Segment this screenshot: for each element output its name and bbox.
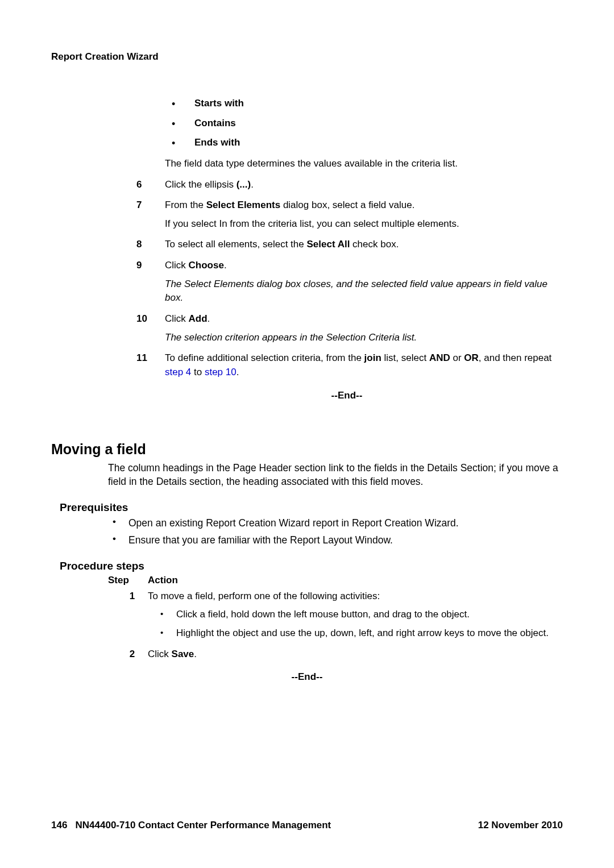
step-number: 8 [136, 238, 165, 256]
end-marker: --End-- [136, 390, 557, 401]
bullet-icon [113, 533, 128, 547]
text-run: To select all elements, select the [165, 239, 306, 250]
note-text: The field data type determines the value… [165, 157, 557, 171]
procedure-step: 9Click Choose.The Select Elements dialog… [136, 259, 557, 310]
section-intro-paragraph: The column headings in the Page Header s… [108, 461, 563, 489]
text-run: or [450, 352, 464, 363]
text-run: AND [429, 352, 450, 363]
list-item: Starts with [165, 97, 557, 112]
text-run: Select Elements [206, 200, 280, 210]
list-item: Open an existing Report Creation Wizard … [113, 516, 563, 530]
list-item: Ensure that you are familiar with the Re… [113, 533, 563, 547]
bullet-text: Starts with [194, 97, 557, 112]
bullet-icon [165, 117, 194, 132]
continuation-note: The field data type determines the value… [136, 157, 557, 176]
bullet-icon [165, 136, 194, 151]
step-body: To select all elements, select the Selec… [165, 238, 557, 256]
footer-left: 146 NN44400-710 Contact Center Performan… [51, 820, 331, 831]
step-body: Click Add.The selection criterion appear… [165, 312, 557, 349]
text-run: , and then repeat [479, 352, 552, 363]
step-number: 10 [136, 312, 165, 349]
bullet-icon [160, 608, 176, 622]
step-number: 6 [136, 178, 165, 197]
step-text: To select all elements, select the Selec… [165, 238, 557, 252]
sub-bullet-text: Click a field, hold down the left mouse … [176, 608, 557, 622]
doc-title: NN44400-710 Contact Center Performance M… [76, 820, 331, 830]
step-text: Click Add. [165, 312, 557, 326]
step-text: Click the ellipsis (...). [165, 178, 557, 192]
bullet-text: Ends with [194, 136, 557, 151]
list-item: Contains [165, 117, 557, 132]
step-number: 7 [136, 198, 165, 235]
top-bullet-list: Starts with Contains Ends with [165, 97, 557, 151]
cross-reference-link[interactable]: step 10 [205, 367, 237, 377]
prereq-text: Open an existing Report Creation Wizard … [128, 516, 459, 530]
step-column-header: Step [108, 575, 148, 586]
end-marker: --End-- [51, 671, 563, 683]
action-column-header: Action [148, 575, 178, 586]
procedure-step: 2Click Save. [117, 647, 557, 666]
bullet-text: Contains [194, 117, 557, 132]
step-text: To define additional selection criteria,… [165, 351, 557, 379]
prerequisites-heading: Prerequisites [60, 501, 563, 514]
text-run: Choose [189, 260, 224, 271]
list-item: Click a field, hold down the left mouse … [160, 608, 557, 622]
text-run: . [208, 313, 210, 324]
step-body: From the Select Elements dialog box, sel… [165, 198, 557, 235]
footer-date: 12 November 2010 [478, 820, 563, 831]
procedure-header-row: Step Action [108, 575, 563, 586]
step-body: Click Save. [148, 647, 557, 666]
procedure-step: 1To move a field, perform one of the fol… [117, 589, 557, 645]
step-body: To define additional selection criteria,… [165, 351, 557, 384]
step-body: To move a field, perform one of the foll… [148, 589, 557, 645]
text-run: From the [165, 200, 206, 210]
text-run: OR [464, 352, 479, 363]
step-result: The Select Elements dialog box closes, a… [165, 277, 557, 305]
text-run: To define additional selection criteria,… [165, 352, 364, 363]
procedure-steps-block: 1To move a field, perform one of the fol… [117, 589, 557, 666]
text-run: Select All [306, 239, 350, 250]
step-text: Click Choose. [165, 259, 557, 273]
step-number: 9 [136, 259, 165, 310]
procedure-step: 10Click Add.The selection criterion appe… [136, 312, 557, 349]
step-text: To move a field, perform one of the foll… [148, 589, 557, 604]
text-run: Click the ellipsis [165, 179, 237, 190]
text-run: . [237, 367, 239, 377]
prerequisites-list: Open an existing Report Creation Wizard … [113, 516, 563, 547]
step-text: From the Select Elements dialog box, sel… [165, 198, 557, 213]
sub-bullet-text: Highlight the object and use the up, dow… [176, 626, 557, 641]
text-run: to [191, 367, 205, 377]
section-heading: Moving a field [51, 441, 563, 458]
step-note: If you select In from the criteria list,… [165, 217, 557, 231]
step-number: 1 [117, 589, 148, 645]
text-run: check box. [350, 239, 399, 250]
text-run: dialog box, select a field value. [280, 200, 414, 210]
document-page: Report Creation Wizard Starts with Conta… [0, 0, 614, 868]
step-result: The selection criterion appears in the S… [165, 331, 557, 345]
text-run: . [251, 179, 254, 190]
page-footer: 146 NN44400-710 Contact Center Performan… [51, 820, 563, 831]
bullet-icon [113, 516, 128, 530]
page-header-title: Report Creation Wizard [51, 51, 563, 63]
text-run: Click [148, 649, 172, 659]
text-run: join [364, 352, 381, 363]
upper-steps-block: Starts with Contains Ends with The field… [136, 97, 557, 401]
text-run: . [194, 649, 197, 659]
cross-reference-link[interactable]: step 4 [165, 367, 191, 377]
step-body: Click Choose.The Select Elements dialog … [165, 259, 557, 310]
step-text: Click Save. [148, 647, 557, 662]
prereq-text: Ensure that you are familiar with the Re… [128, 533, 393, 547]
procedure-step: 7From the Select Elements dialog box, se… [136, 198, 557, 235]
text-run: Save [172, 649, 194, 659]
step-number: 2 [117, 647, 148, 666]
list-item: Ends with [165, 136, 557, 151]
text-run: Click [165, 313, 189, 324]
bullet-icon [165, 97, 194, 112]
text-run: Add [189, 313, 208, 324]
step-number: 11 [136, 351, 165, 384]
procedure-step: 8To select all elements, select the Sele… [136, 238, 557, 256]
step-body: Click the ellipsis (...). [165, 178, 557, 197]
sub-bullet-list: Click a field, hold down the left mouse … [160, 608, 557, 640]
procedure-step: 11To define additional selection criteri… [136, 351, 557, 384]
text-run: (...) [237, 179, 251, 190]
